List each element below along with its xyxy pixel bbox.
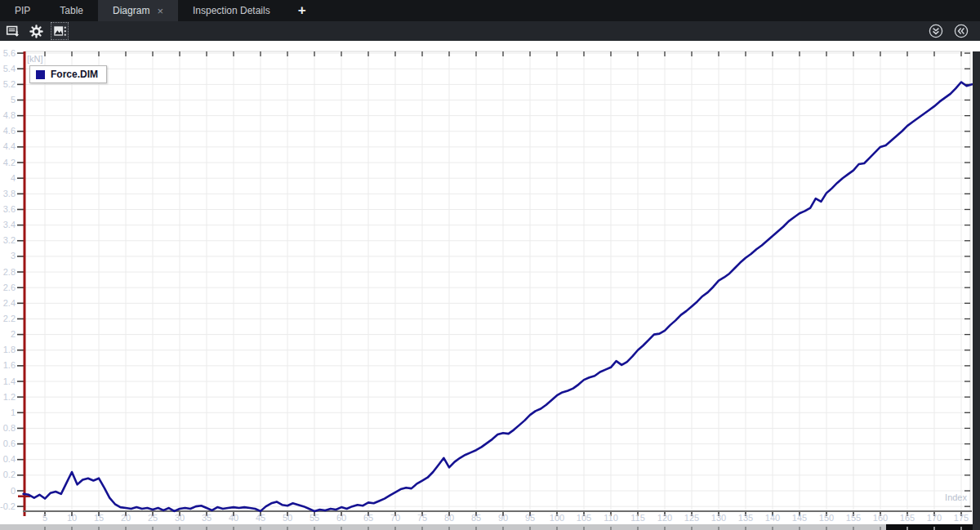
ruler-tick — [179, 527, 180, 530]
svg-text:100: 100 — [550, 513, 564, 523]
svg-text:55: 55 — [310, 513, 319, 523]
tab-label: Diagram — [113, 5, 149, 16]
tab-label: Table — [60, 5, 83, 16]
ruler-tick — [260, 527, 261, 530]
svg-text:2.8: 2.8 — [3, 267, 16, 277]
ruler-tick — [529, 527, 531, 530]
ruler-tick — [98, 527, 100, 530]
svg-text:175: 175 — [954, 513, 969, 523]
ruler-tick — [502, 527, 504, 530]
svg-text:1: 1 — [11, 408, 16, 417]
ruler-tick — [448, 527, 450, 530]
series-color-swatch — [36, 70, 45, 79]
chevrons-left-circle-icon[interactable] — [952, 22, 970, 40]
svg-text:3.2: 3.2 — [3, 235, 16, 245]
svg-text:40: 40 — [229, 513, 238, 523]
ruler-tick — [933, 527, 935, 530]
toolbar-right-group — [927, 22, 977, 40]
svg-text:0.4: 0.4 — [3, 454, 16, 464]
svg-text:120: 120 — [657, 513, 672, 523]
svg-text:95: 95 — [525, 513, 535, 523]
ruler-tick — [233, 527, 234, 530]
svg-text:150: 150 — [819, 513, 834, 523]
svg-text:135: 135 — [738, 513, 753, 523]
svg-text:-0.2: -0.2 — [0, 501, 16, 511]
svg-text:110: 110 — [604, 513, 618, 523]
svg-text:15: 15 — [94, 513, 104, 523]
svg-text:90: 90 — [498, 513, 508, 523]
svg-text:165: 165 — [900, 513, 915, 523]
tab-table[interactable]: Table — [45, 0, 98, 21]
svg-text:3.8: 3.8 — [3, 189, 16, 198]
ruler-tick — [826, 527, 827, 530]
diagram-options-icon[interactable] — [51, 22, 69, 40]
svg-text:140: 140 — [765, 513, 780, 523]
ruler-tick — [152, 527, 154, 530]
ruler-tick — [610, 527, 612, 530]
export-report-icon[interactable] — [3, 22, 21, 40]
ruler-tick — [368, 527, 369, 530]
add-tab-button[interactable]: + — [285, 0, 319, 21]
svg-text:155: 155 — [846, 513, 861, 523]
svg-text:4: 4 — [11, 173, 16, 183]
svg-text:3.4: 3.4 — [3, 220, 16, 229]
svg-text:1.8: 1.8 — [3, 345, 16, 354]
tab-pip[interactable]: PIP — [0, 0, 45, 21]
svg-text:105: 105 — [577, 513, 591, 523]
close-tab-icon[interactable]: × — [157, 6, 163, 16]
overview-ruler[interactable] — [0, 524, 980, 530]
svg-text:4.6: 4.6 — [3, 126, 16, 136]
tab-inspection-details[interactable]: Inspection Details — [178, 0, 285, 21]
svg-text:5: 5 — [11, 95, 16, 105]
svg-text:70: 70 — [390, 513, 400, 523]
ruler-tick — [287, 527, 288, 530]
settings-gear-icon[interactable] — [27, 22, 45, 40]
svg-text:125: 125 — [684, 513, 699, 523]
tab-strip: PIPTableDiagram×Inspection Details — [0, 0, 285, 21]
svg-text:115: 115 — [630, 513, 645, 523]
svg-text:4.2: 4.2 — [3, 158, 16, 167]
svg-text:3.6: 3.6 — [3, 204, 16, 214]
svg-text:65: 65 — [363, 513, 373, 523]
collapsed-panel-strip — [973, 51, 980, 530]
ruler-tick — [960, 527, 962, 530]
svg-text:45: 45 — [256, 513, 265, 523]
ruler-tick — [691, 527, 693, 530]
ruler-tick — [880, 527, 881, 530]
tab-label: PIP — [15, 5, 30, 16]
ruler-tick — [421, 527, 423, 530]
force-dim-series-line — [24, 82, 973, 510]
svg-text:3: 3 — [11, 251, 16, 261]
tab-diagram[interactable]: Diagram× — [98, 0, 178, 21]
svg-text:85: 85 — [471, 513, 481, 523]
chevrons-down-circle-icon[interactable] — [927, 22, 945, 40]
diagram-panel: -0.200.20.40.60.811.21.41.61.822.22.42.6… — [0, 41, 980, 530]
svg-text:2.2: 2.2 — [3, 314, 16, 323]
svg-text:4.8: 4.8 — [3, 110, 16, 120]
svg-text:2.4: 2.4 — [3, 298, 16, 308]
svg-text:160: 160 — [873, 513, 888, 523]
ruler-tick — [799, 527, 800, 530]
svg-text:Index: Index — [945, 492, 967, 502]
series-name: Force.DIM — [51, 69, 98, 80]
ruler-tick — [906, 527, 908, 530]
ruler-tick — [125, 527, 127, 530]
svg-text:1.6: 1.6 — [3, 360, 16, 370]
force-line-chart[interactable]: -0.200.20.40.60.811.21.41.61.822.22.42.6… — [0, 41, 980, 524]
svg-text:50: 50 — [283, 513, 292, 523]
svg-text:130: 130 — [711, 513, 726, 523]
svg-text:5.6: 5.6 — [3, 48, 16, 58]
svg-text:0: 0 — [11, 486, 16, 496]
svg-text:4.4: 4.4 — [3, 141, 16, 151]
svg-text:0.8: 0.8 — [3, 423, 16, 433]
svg-text:20: 20 — [121, 513, 131, 523]
ruler-tick — [583, 527, 585, 530]
ruler-tick — [475, 527, 477, 530]
ruler-tick — [206, 527, 207, 530]
svg-text:5: 5 — [42, 513, 47, 523]
svg-text:145: 145 — [792, 513, 807, 523]
ruler-tick — [718, 527, 719, 530]
svg-text:75: 75 — [417, 513, 427, 523]
svg-text:1.2: 1.2 — [3, 392, 16, 402]
svg-text:25: 25 — [148, 513, 158, 523]
